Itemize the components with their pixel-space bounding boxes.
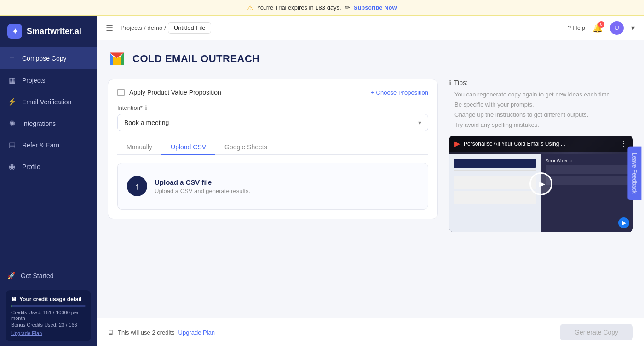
apply-proposition-label: Apply Product Value Proposition — [129, 89, 221, 96]
chevron-down-icon[interactable]: ▾ — [631, 23, 635, 32]
upload-text: Upload a CSV file Upload a CSV and gener… — [155, 178, 250, 194]
generate-copy-button[interactable]: Generate Copy — [560, 324, 633, 340]
header-actions: ? Help 🔔 0 U ▾ — [568, 21, 635, 35]
choose-proposition-link[interactable]: + Choose Proposition — [371, 89, 428, 96]
notif-badge: 0 — [598, 21, 604, 28]
help-button[interactable]: ? Help — [568, 24, 585, 31]
sidebar-logo[interactable]: ✦ Smartwriter.ai — [0, 16, 97, 47]
upgrade-plan-link[interactable]: Upgrade Plan — [178, 329, 215, 336]
video-menu-icon[interactable]: ⋮ — [620, 139, 627, 148]
credit-bar-bg — [11, 305, 86, 307]
sidebar-item-compose[interactable]: ＋ Compose Copy — [0, 47, 97, 69]
video-play-button[interactable] — [529, 172, 552, 195]
sidebar-item-email-verification[interactable]: ⚡ Email Verification — [0, 91, 97, 113]
trial-banner: ⚠ You're Trial expires in 183 days. ✏ Su… — [0, 0, 644, 16]
notifications-button[interactable]: 🔔 0 — [592, 23, 603, 33]
intention-value: Book a meeting — [124, 119, 169, 126]
video-action-icon[interactable]: ▶ — [618, 217, 629, 228]
page-title-row: COLD EMAIL OUTREACH — [108, 50, 633, 68]
breadcrumb-sep2: / — [164, 24, 166, 31]
proposition-left: Apply Product Value Proposition — [117, 89, 221, 96]
upgrade-plan-link[interactable]: Upgrade Plan — [11, 330, 42, 336]
sidebar-item-profile[interactable]: ◉ Profile — [0, 156, 97, 177]
tips-title: ℹ Tips: — [449, 79, 633, 86]
header-bar: ☰ Projects / demo / Untitled File ? Help… — [97, 16, 644, 40]
upload-icon: ↑ — [127, 176, 147, 196]
file-name[interactable]: Untitled File — [168, 22, 212, 34]
sidebar-item-label: Compose Copy — [22, 55, 67, 62]
email-verification-icon: ⚡ — [7, 97, 17, 106]
bonus-credits-text: Bonus Credits Used: 23 / 166 — [11, 322, 86, 328]
page-content: COLD EMAIL OUTREACH Apply Product Value … — [97, 40, 644, 318]
sidebar: ✦ Smartwriter.ai ＋ Compose Copy ▦ Projec… — [0, 16, 97, 346]
sidebar-item-projects[interactable]: ▦ Projects — [0, 69, 97, 91]
logo-text: Smartwriter.ai — [27, 27, 81, 36]
video-thumbnail[interactable]: ▶ Personalise All Your Cold Emails Using… — [449, 136, 633, 232]
sidebar-item-integrations[interactable]: ✺ Integrations — [0, 113, 97, 134]
intention-select[interactable]: Book a meeting ▾ — [117, 114, 428, 131]
get-started-label: Get Started — [21, 272, 54, 279]
credit-card-title: 🖥 Your credit usage detail — [11, 296, 86, 302]
intention-info-icon: ℹ — [145, 104, 147, 111]
breadcrumb-projects[interactable]: Projects — [121, 24, 142, 31]
breadcrumb: Projects / demo / Untitled File — [121, 22, 211, 34]
sidebar-item-label: Refer & Earn — [22, 142, 59, 149]
tip-item: Try avoid any spelling mistakes. — [449, 121, 633, 128]
youtube-icon: ▶ — [454, 139, 460, 148]
sidebar-item-label: Profile — [22, 163, 40, 170]
upload-area[interactable]: ↑ Upload a CSV file Upload a CSV and gen… — [117, 163, 428, 210]
rocket-icon: 🚀 — [7, 272, 15, 279]
two-col-layout: Apply Product Value Proposition + Choose… — [108, 79, 633, 232]
upload-subtitle: Upload a CSV and generate results. — [155, 187, 250, 194]
avatar[interactable]: U — [610, 21, 624, 35]
upload-title: Upload a CSV file — [155, 178, 250, 186]
sidebar-item-get-started[interactable]: 🚀 Get Started — [0, 266, 97, 286]
feedback-tab[interactable]: Leave Feedback — [628, 146, 642, 200]
monitor-icon: 🖥 — [11, 296, 17, 302]
credits-icon: 🖥 — [108, 329, 114, 336]
pencil-icon: ✏ — [345, 4, 350, 11]
credit-bar-fill — [11, 305, 12, 307]
menu-icon[interactable]: ☰ — [106, 23, 113, 33]
credits-used-text: Credits Used: 161 / 10000 per month — [11, 310, 86, 321]
intention-label: Intention* ℹ — [117, 104, 428, 111]
sidebar-item-label: Email Verification — [22, 98, 71, 106]
right-col: ℹ Tips: You can regenerate copy again to… — [449, 79, 633, 232]
credits-text: This will use 2 credits — [118, 329, 175, 336]
integrations-icon: ✺ — [7, 119, 17, 128]
tab-manually[interactable]: Manually — [117, 140, 161, 155]
page-title: COLD EMAIL OUTREACH — [132, 53, 260, 65]
chevron-down-icon: ▾ — [418, 119, 421, 126]
sidebar-item-label: Projects — [22, 77, 46, 84]
sidebar-item-refer-earn[interactable]: ▤ Refer & Earn — [0, 134, 97, 156]
content-area: ☰ Projects / demo / Untitled File ? Help… — [97, 16, 644, 346]
video-title-bar: ▶ Personalise All Your Cold Emails Using… — [449, 136, 633, 152]
question-icon: ? — [568, 24, 571, 31]
form-card: Apply Product Value Proposition + Choose… — [108, 79, 438, 219]
tip-item: Be specific with your prompts. — [449, 101, 633, 108]
credits-info: 🖥 This will use 2 credits Upgrade Plan — [108, 329, 215, 336]
apply-proposition-checkbox[interactable] — [117, 89, 125, 96]
tab-google-sheets[interactable]: Google Sheets — [215, 140, 276, 155]
profile-icon: ◉ — [7, 162, 17, 171]
bottom-bar: 🖥 This will use 2 credits Upgrade Plan G… — [97, 318, 644, 346]
left-col: Apply Product Value Proposition + Choose… — [108, 79, 438, 232]
logo-icon: ✦ — [7, 24, 22, 39]
proposition-row: Apply Product Value Proposition + Choose… — [117, 89, 428, 96]
projects-icon: ▦ — [7, 76, 17, 85]
refer-earn-icon: ▤ — [7, 141, 17, 149]
breadcrumb-demo[interactable]: demo — [148, 24, 163, 31]
banner-text: You're Trial expires in 183 days. — [257, 4, 341, 11]
tip-item: You can regenerate copy again to get new… — [449, 91, 633, 98]
tip-item: Change up the instructions to get differ… — [449, 111, 633, 118]
breadcrumb-sep1: / — [144, 24, 146, 31]
sidebar-item-label: Integrations — [22, 120, 56, 127]
subscribe-now-link[interactable]: Subscribe Now — [354, 4, 397, 11]
upload-tabs: Manually Upload CSV Google Sheets — [117, 140, 428, 155]
tab-upload-csv[interactable]: Upload CSV — [161, 140, 215, 155]
info-circle-icon: ℹ — [449, 79, 451, 86]
gmail-icon — [108, 50, 126, 68]
warning-icon: ⚠ — [247, 4, 253, 12]
credit-usage-card: 🖥 Your credit usage detail Credits Used:… — [6, 290, 91, 341]
compose-icon: ＋ — [7, 53, 17, 63]
